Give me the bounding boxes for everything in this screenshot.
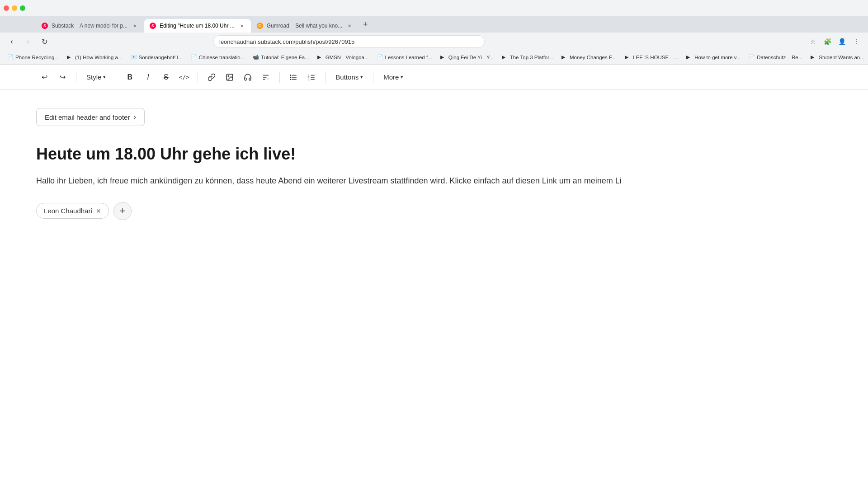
bookmark-star-icon[interactable]: ☆ [807, 35, 819, 48]
content-area: Edit email header and footer › Heute um … [0, 90, 868, 488]
bookmark-how-to-get[interactable]: ▶ How to get more v... [683, 52, 744, 62]
bookmark-sonderangebot[interactable]: 📧 Sonderangebot! l... [127, 52, 186, 62]
svg-text:3.: 3. [308, 78, 310, 80]
ordered-list-button[interactable]: 1. 2. 3. [303, 69, 320, 85]
style-dropdown-button[interactable]: Style ▾ [82, 69, 110, 85]
browser-toolbar-right: ☆ 🧩 👤 ⋮ [807, 35, 863, 48]
address-input[interactable] [213, 35, 485, 48]
editor-container: ↩ ↪ Style ▾ B I S </> [0, 65, 868, 488]
separator-1 [76, 72, 76, 83]
more-chevron-icon: ▾ [401, 74, 403, 80]
strikethrough-button[interactable]: S [158, 69, 174, 85]
tab-label: Substack – A new model for p... [52, 23, 127, 29]
bookmark-label: Chinese translatio... [199, 55, 245, 60]
bold-button[interactable]: B [122, 69, 138, 85]
tab-editing-heute[interactable]: S Editing "Heute um 18.00 Uhr ... ✕ [144, 19, 251, 33]
bookmark-favicon: ▶ [67, 54, 73, 61]
bookmark-label: Phone Recycling... [15, 55, 59, 60]
separator-6 [373, 72, 373, 83]
add-author-button[interactable]: + [113, 202, 132, 220]
undo-button[interactable]: ↩ [36, 69, 52, 85]
bookmark-lessons-learned[interactable]: 📄 Lessons Learned f... [373, 52, 436, 62]
post-body[interactable]: Hallo ihr Lieben, ich freue mich ankündi… [36, 174, 832, 188]
browser-chrome: S Substack – A new model for p... ✕ S Ed… [0, 0, 868, 65]
back-button[interactable]: ‹ [5, 35, 18, 48]
bookmark-gmsn[interactable]: ▶ GMSN - Vologda... [314, 52, 373, 62]
bookmark-label: Student Wants an... [819, 55, 864, 60]
bookmark-phone-recycling[interactable]: 📄 Phone Recycling... [4, 52, 62, 62]
bookmark-favicon: ▶ [502, 54, 508, 61]
bookmark-tutorial[interactable]: 📹 Tutorial: Eigene Fa... [249, 52, 312, 62]
edit-header-footer-button[interactable]: Edit email header and footer › [36, 108, 145, 126]
bookmark-qing-fei[interactable]: ▶ Qing Fei De Yi - Y... [437, 52, 497, 62]
authors-row: Leon Chaudhari ✕ + [36, 202, 832, 220]
menu-icon[interactable]: ⋮ [850, 35, 863, 48]
forward-button[interactable]: › [22, 35, 34, 48]
bookmark-chinese-translation[interactable]: 📄 Chinese translatio... [187, 52, 249, 62]
bookmark-money-changes[interactable]: ▶ Money Changes E... [558, 52, 620, 62]
footnote-button[interactable]: + [258, 69, 274, 85]
bookmark-favicon: 📄 [749, 54, 755, 61]
extensions-icon[interactable]: 🧩 [821, 35, 834, 48]
bookmark-datenschutz[interactable]: 📄 Datenschutz – Re... [745, 52, 806, 62]
bookmark-favicon: 📄 [7, 54, 14, 61]
refresh-button[interactable]: ↻ [38, 35, 51, 48]
bookmark-label: Sonderangebot! l... [139, 55, 183, 60]
bookmark-student-wants[interactable]: ▶ Student Wants an... [807, 52, 868, 62]
add-author-icon: + [119, 205, 125, 217]
bookmark-label: Money Changes E... [570, 55, 617, 60]
tab-close-button[interactable]: ✕ [238, 22, 245, 29]
code-button[interactable]: </> [176, 69, 192, 85]
italic-button[interactable]: I [140, 69, 156, 85]
link-button[interactable] [203, 69, 220, 85]
bookmark-label: Tutorial: Eigene Fa... [261, 55, 309, 60]
close-window-button[interactable] [4, 5, 9, 11]
buttons-dropdown-button[interactable]: Buttons ▾ [331, 69, 368, 85]
bookmark-favicon: 📧 [131, 54, 137, 61]
style-label: Style [86, 73, 101, 81]
tab-favicon: G [257, 23, 263, 29]
bookmark-top3-platfor[interactable]: ▶ The Top 3 Platfor... [498, 52, 557, 62]
bookmark-label: GMSN - Vologda... [326, 55, 369, 60]
minimize-window-button[interactable] [12, 5, 17, 11]
profile-icon[interactable]: 👤 [835, 35, 848, 48]
post-title[interactable]: Heute um 18.00 Uhr gehe ich live! [36, 144, 832, 164]
bookmark-favicon: 📄 [377, 54, 383, 61]
bookmark-favicon: ▶ [625, 54, 631, 61]
audio-button[interactable] [240, 69, 256, 85]
more-dropdown-button[interactable]: More ▾ [379, 69, 408, 85]
bookmark-lee-house[interactable]: ▶ LEE 'S HOUSE—... [621, 52, 682, 62]
bookmark-label: The Top 3 Platfor... [510, 55, 553, 60]
separator-4 [279, 72, 280, 83]
author-chip[interactable]: Leon Chaudhari ✕ [36, 203, 109, 219]
bookmark-favicon: 📄 [191, 54, 197, 61]
bookmark-label: How to get more v... [694, 55, 741, 60]
tab-label: Gumroad – Sell what you kno... [267, 23, 342, 29]
bookmarks-bar: 📄 Phone Recycling... ▶ (1) How Working a… [0, 51, 868, 64]
bookmark-label: LEE 'S HOUSE—... [633, 55, 678, 60]
tab-label: Editing "Heute um 18.00 Uhr ... [160, 23, 235, 29]
image-button[interactable] [222, 69, 238, 85]
redo-button[interactable]: ↪ [54, 69, 71, 85]
bookmark-label: Qing Fei De Yi - Y... [448, 55, 494, 60]
tab-favicon: S [150, 23, 156, 29]
bookmark-favicon: ▶ [811, 54, 817, 61]
new-tab-button[interactable]: + [359, 18, 372, 31]
unordered-list-button[interactable] [285, 69, 302, 85]
bookmark-how-working[interactable]: ▶ (1) How Working a... [63, 52, 126, 62]
tab-substack-new-model[interactable]: S Substack – A new model for p... ✕ [36, 19, 144, 33]
svg-point-11 [291, 79, 292, 80]
bookmark-favicon: ▶ [440, 54, 447, 61]
bookmark-label: Datenschutz – Re... [757, 55, 802, 60]
maximize-window-button[interactable] [20, 5, 25, 11]
bookmark-label: Lessons Learned f... [385, 55, 432, 60]
tab-close-button[interactable]: ✕ [131, 22, 138, 29]
tab-gumroad[interactable]: G Gumroad – Sell what you kno... ✕ [251, 19, 359, 33]
separator-3 [198, 72, 198, 83]
address-bar: ‹ › ↻ ☆ 🧩 👤 ⋮ [0, 33, 868, 51]
svg-text:+: + [267, 77, 269, 80]
author-name: Leon Chaudhari [44, 207, 92, 215]
editor-toolbar: ↩ ↪ Style ▾ B I S </> [0, 65, 868, 90]
remove-author-button[interactable]: ✕ [96, 207, 101, 215]
tab-close-button[interactable]: ✕ [346, 22, 353, 29]
